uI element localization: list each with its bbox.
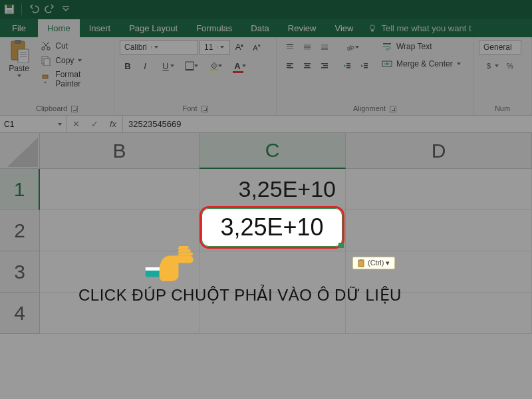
svg-rect-19: [210, 69, 218, 70]
dialog-launcher-icon[interactable]: [390, 106, 396, 112]
undo-icon[interactable]: [29, 4, 39, 15]
percent-format-button[interactable]: %: [503, 59, 519, 73]
svg-rect-28: [321, 49, 328, 50]
cell-b1[interactable]: [40, 169, 200, 210]
tab-view[interactable]: View: [325, 19, 362, 37]
svg-rect-2: [7, 10, 12, 13]
decrease-indent-icon: [342, 61, 352, 70]
copy-button[interactable]: Copy: [39, 55, 108, 66]
worksheet-grid[interactable]: B C D 1 2 3 4 3,25E+10: [0, 133, 532, 399]
paste-icon: [9, 40, 30, 63]
paste-button[interactable]: Paste: [5, 40, 33, 77]
row-header-4[interactable]: 4: [0, 293, 40, 334]
font-size-combo[interactable]: 11: [200, 40, 230, 55]
tab-formulas[interactable]: Formulas: [187, 19, 241, 37]
number-format-combo[interactable]: General: [479, 40, 521, 55]
decrease-font-button[interactable]: A▾: [249, 40, 265, 55]
chevron-down-icon: [17, 74, 21, 77]
paste-options-label: (Ctrl) ▾: [368, 259, 390, 267]
tab-page-layout[interactable]: Page Layout: [120, 19, 187, 37]
svg-rect-36: [321, 63, 328, 65]
cell-d2[interactable]: [346, 210, 532, 251]
svg-rect-27: [321, 47, 328, 48]
pointer-hand-icon: [142, 230, 196, 283]
chevron-down-icon: [78, 59, 82, 62]
group-number: General $ % Num: [473, 37, 532, 115]
dialog-launcher-icon[interactable]: [71, 106, 78, 112]
tab-home[interactable]: Home: [38, 19, 80, 37]
cancel-formula-button[interactable]: ✕: [66, 119, 85, 129]
svg-rect-37: [323, 65, 328, 66]
underline-label: U: [162, 61, 168, 71]
name-box[interactable]: C1: [0, 116, 66, 132]
cell-c1[interactable]: 3,25E+10: [200, 169, 346, 210]
fill-color-button[interactable]: [202, 59, 225, 73]
svg-rect-26: [321, 45, 328, 46]
paste-label: Paste: [9, 64, 29, 73]
align-top-button[interactable]: [282, 40, 298, 55]
svg-rect-17: [186, 62, 194, 70]
merge-center-button[interactable]: Merge & Center: [379, 57, 464, 70]
orientation-button[interactable]: ab: [339, 40, 362, 55]
decrease-indent-button[interactable]: [339, 59, 355, 73]
align-bottom-button[interactable]: [317, 40, 332, 55]
insert-function-button[interactable]: fx: [104, 119, 122, 129]
group-number-label: Num: [495, 104, 510, 112]
redo-icon[interactable]: [45, 4, 55, 15]
paste-options-smarttag[interactable]: (Ctrl) ▾: [352, 257, 395, 269]
column-header-c[interactable]: C: [200, 133, 346, 169]
underline-button[interactable]: U: [154, 59, 177, 73]
merge-icon: [382, 59, 392, 69]
border-icon: [185, 61, 194, 70]
font-name-combo[interactable]: Calibri: [120, 40, 198, 55]
row-header-3[interactable]: 3: [0, 251, 40, 293]
accounting-format-button[interactable]: $: [479, 59, 501, 73]
formula-bar: C1 ✕ ✓ fx 32523545669: [0, 116, 532, 133]
svg-rect-31: [287, 65, 291, 66]
tab-review[interactable]: Review: [279, 19, 326, 37]
dialog-launcher-icon[interactable]: [201, 106, 208, 112]
highlighted-cell-c1[interactable]: 3,25E+10: [200, 206, 344, 249]
formula-input[interactable]: 32523545669: [123, 116, 532, 132]
cells-area[interactable]: 3,25E+10: [40, 169, 532, 399]
row-header-2[interactable]: 2: [0, 210, 40, 251]
border-button[interactable]: [178, 59, 201, 73]
column-header-b[interactable]: B: [40, 133, 200, 169]
italic-button[interactable]: I: [137, 59, 153, 73]
svg-text:$: $: [487, 62, 491, 70]
row-header-1[interactable]: 1: [0, 169, 40, 210]
tab-insert[interactable]: Insert: [80, 19, 120, 37]
svg-rect-32: [287, 67, 293, 68]
align-right-button[interactable]: [317, 59, 332, 73]
tell-me-search[interactable]: Tell me what you want t: [368, 23, 471, 37]
font-color-button[interactable]: A: [226, 59, 249, 73]
svg-point-4: [370, 25, 375, 29]
wrap-text-button[interactable]: Wrap Text: [379, 40, 464, 53]
column-header-d[interactable]: D: [346, 133, 532, 169]
tell-me-placeholder: Tell me what you want t: [381, 23, 471, 33]
bold-button[interactable]: B: [120, 59, 136, 73]
paintbrush-icon: [41, 74, 51, 84]
svg-rect-44: [364, 67, 368, 68]
group-font-label: Font: [182, 104, 197, 112]
tab-data[interactable]: Data: [241, 19, 278, 37]
enter-formula-button[interactable]: ✓: [85, 119, 104, 129]
cell-d1[interactable]: [346, 169, 532, 210]
select-all-corner[interactable]: [0, 133, 40, 169]
highlighted-cell-value: 3,25E+10: [220, 213, 323, 241]
decrease-font-icon: A▾: [253, 43, 260, 52]
tab-file[interactable]: File: [0, 19, 38, 37]
name-box-value: C1: [4, 120, 14, 129]
svg-rect-7: [15, 40, 21, 44]
align-middle-button[interactable]: [299, 40, 315, 55]
scissors-icon: [41, 41, 51, 51]
save-icon[interactable]: [4, 4, 15, 15]
format-painter-button[interactable]: Format Painter: [39, 69, 108, 89]
align-left-button[interactable]: [282, 59, 298, 73]
cut-button[interactable]: Cut: [39, 40, 108, 52]
qat-customize-icon[interactable]: [61, 4, 71, 15]
increase-font-button[interactable]: A▴: [231, 40, 247, 55]
align-center-button[interactable]: [299, 59, 315, 73]
svg-rect-42: [364, 63, 368, 65]
increase-indent-button[interactable]: [356, 59, 372, 73]
